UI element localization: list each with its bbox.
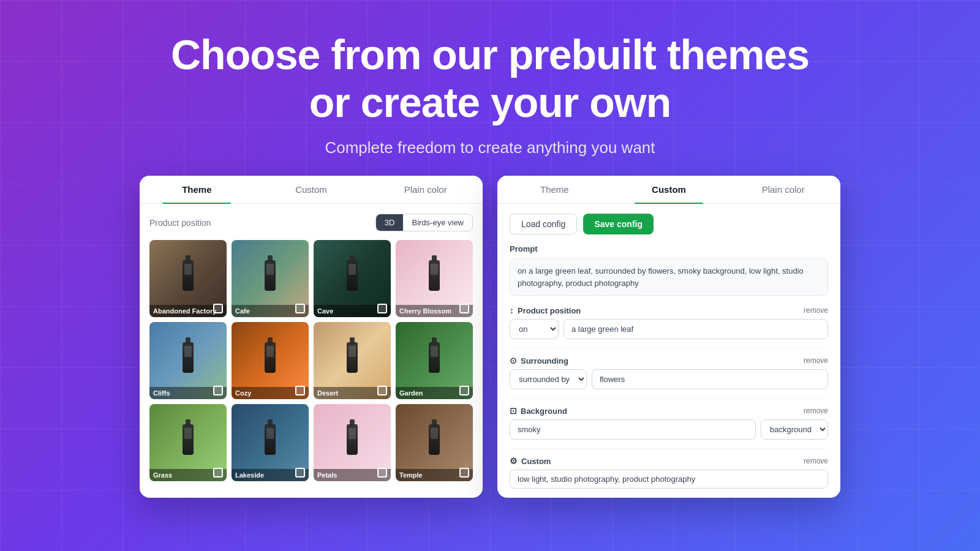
- custom-header: ⚙ Custom remove: [510, 456, 828, 466]
- divider-3: [510, 448, 828, 449]
- tab-custom-right[interactable]: Custom: [612, 176, 726, 203]
- list-item[interactable]: Lakeside: [232, 404, 309, 481]
- list-item[interactable]: Petals: [314, 404, 391, 481]
- page-title: Choose from our prebuilt themes or creat…: [12, 31, 968, 126]
- background-type-select[interactable]: background: [761, 419, 828, 440]
- surrounding-remove[interactable]: remove: [804, 356, 828, 365]
- theme-checkbox-garden[interactable]: [459, 386, 469, 395]
- surrounding-mode-select[interactable]: surrounded by: [510, 369, 587, 389]
- theme-grid: Abandoned Factory Cafe Cave: [149, 240, 473, 481]
- surrounding-icon: ⊙: [510, 356, 517, 365]
- custom-row: ⚙ Custom remove: [510, 456, 828, 489]
- list-item[interactable]: Grass: [149, 404, 227, 481]
- bottle-cafe: [261, 260, 279, 297]
- list-item[interactable]: Cherry Blossom: [396, 240, 473, 317]
- surrounding-input[interactable]: [592, 369, 828, 389]
- view-buttons: 3D Birds-eye view: [375, 214, 473, 231]
- background-inputs: background: [510, 419, 828, 440]
- save-config-button[interactable]: Save config: [583, 214, 654, 234]
- product-position-inputs: on: [510, 319, 828, 339]
- product-position-title: ↕ Product position: [510, 305, 581, 315]
- tab-plain-color-right[interactable]: Plain color: [726, 176, 840, 203]
- background-row: ⊡ Background remove background: [510, 406, 828, 440]
- left-tabs: Theme Custom Plain color: [140, 176, 483, 204]
- surrounding-inputs: surrounded by: [510, 369, 828, 389]
- product-position-header: ↕ Product position remove: [510, 305, 828, 315]
- bottle-cherry: [425, 260, 443, 297]
- surrounding-header: ⊙ Surrounding remove: [510, 356, 828, 365]
- bottle-cozy: [261, 342, 279, 379]
- custom-icon: ⚙: [510, 456, 518, 466]
- theme-panel-content: Product position 3D Birds-eye view Aband…: [140, 204, 483, 498]
- product-position-remove[interactable]: remove: [804, 306, 828, 315]
- theme-checkbox-r1[interactable]: [213, 468, 223, 478]
- bottle-abandoned: [179, 260, 197, 297]
- background-icon: ⊡: [510, 406, 517, 416]
- list-item[interactable]: Cafe: [232, 240, 309, 317]
- theme-panel: Theme Custom Plain color Product positio…: [140, 176, 483, 498]
- bottle-r4: [425, 424, 443, 461]
- theme-checkbox-cafe[interactable]: [295, 304, 305, 313]
- right-tabs: Theme Custom Plain color: [497, 176, 840, 204]
- custom-input[interactable]: [510, 470, 828, 489]
- background-remove[interactable]: remove: [804, 407, 828, 415]
- theme-checkbox-cozy[interactable]: [295, 386, 305, 395]
- page-subtitle: Complete freedom to create anything you …: [12, 138, 968, 157]
- position-icon: ↕: [510, 305, 514, 315]
- bottle-cliffs: [179, 342, 197, 379]
- view-birds-button[interactable]: Birds-eye view: [403, 214, 472, 231]
- bottle-desert: [343, 342, 361, 379]
- theme-checkbox-desert[interactable]: [377, 386, 387, 395]
- config-buttons: Load config Save config: [510, 214, 828, 234]
- theme-checkbox-r4[interactable]: [459, 468, 469, 478]
- panels-container: Theme Custom Plain color Product positio…: [0, 176, 980, 498]
- prompt-label: Prompt: [510, 244, 828, 253]
- bottle-garden: [425, 342, 443, 379]
- tab-theme-right[interactable]: Theme: [497, 176, 612, 203]
- custom-panel: Theme Custom Plain color Load config Sav…: [497, 176, 840, 498]
- header-section: Choose from our prebuilt themes or creat…: [0, 0, 980, 176]
- product-position-bar: Product position 3D Birds-eye view: [149, 214, 473, 231]
- tab-custom-left[interactable]: Custom: [254, 176, 369, 203]
- list-item[interactable]: Temple: [396, 404, 473, 481]
- prompt-text: on a large green leaf, surrounded by flo…: [510, 258, 828, 296]
- bottle-cave: [343, 260, 361, 297]
- custom-panel-content: Load config Save config Prompt on a larg…: [497, 204, 840, 498]
- surrounding-title: ⊙ Surrounding: [510, 356, 568, 365]
- theme-checkbox-abandoned[interactable]: [213, 304, 223, 313]
- background-title: ⊡ Background: [510, 406, 567, 416]
- product-position-select[interactable]: on: [510, 319, 559, 339]
- view-3d-button[interactable]: 3D: [376, 214, 404, 231]
- theme-checkbox-cave[interactable]: [377, 304, 387, 313]
- product-position-label: Product position: [149, 218, 211, 228]
- custom-remove[interactable]: remove: [804, 457, 828, 465]
- custom-title: ⚙ Custom: [510, 456, 551, 466]
- theme-checkbox-cherry[interactable]: [459, 304, 469, 313]
- divider-2: [510, 398, 828, 399]
- bottle-r2: [261, 424, 279, 461]
- background-input[interactable]: [510, 419, 756, 440]
- tab-theme-left[interactable]: Theme: [140, 176, 254, 203]
- list-item[interactable]: Garden: [396, 322, 473, 399]
- load-config-button[interactable]: Load config: [510, 214, 577, 234]
- tab-plain-color-left[interactable]: Plain color: [368, 176, 483, 203]
- list-item[interactable]: Desert: [314, 322, 391, 399]
- list-item[interactable]: Abandoned Factory: [149, 240, 227, 317]
- product-position-row: ↕ Product position remove on: [510, 305, 828, 339]
- theme-checkbox-r3[interactable]: [377, 468, 387, 478]
- list-item[interactable]: Cave: [314, 240, 391, 317]
- background-header: ⊡ Background remove: [510, 406, 828, 416]
- bottle-r1: [179, 424, 197, 461]
- divider-1: [510, 348, 828, 348]
- list-item[interactable]: Cozy: [232, 322, 309, 399]
- bottle-r3: [343, 424, 361, 461]
- product-position-input[interactable]: [564, 319, 828, 339]
- theme-checkbox-r2[interactable]: [295, 468, 305, 478]
- surrounding-row: ⊙ Surrounding remove surrounded by: [510, 356, 828, 389]
- list-item[interactable]: Cliffs: [149, 322, 227, 399]
- theme-checkbox-cliffs[interactable]: [213, 386, 223, 395]
